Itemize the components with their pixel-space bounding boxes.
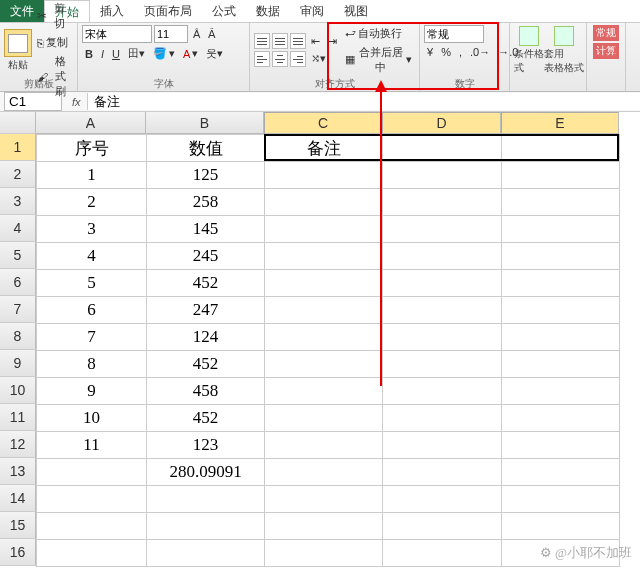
increase-font-button[interactable]: Â <box>190 27 203 41</box>
cell-E12[interactable] <box>502 432 620 459</box>
fill-color-button[interactable]: 🪣▾ <box>150 45 178 62</box>
currency-button[interactable]: ¥ <box>424 45 436 59</box>
cell-D11[interactable] <box>383 405 502 432</box>
cell-B5[interactable]: 245 <box>147 243 265 270</box>
border-button[interactable]: 田▾ <box>125 45 148 62</box>
cell-B8[interactable]: 124 <box>147 324 265 351</box>
align-center-button[interactable] <box>272 51 288 67</box>
row-header-13[interactable]: 13 <box>0 458 36 485</box>
tab-4[interactable]: 数据 <box>246 0 290 22</box>
cell-D13[interactable] <box>383 459 502 486</box>
tab-2[interactable]: 页面布局 <box>134 0 202 22</box>
cell-D2[interactable] <box>383 162 502 189</box>
cell-B10[interactable]: 458 <box>147 378 265 405</box>
cell-A7[interactable]: 6 <box>37 297 147 324</box>
cell-E6[interactable] <box>502 270 620 297</box>
italic-button[interactable]: I <box>98 45 107 62</box>
cell-E10[interactable] <box>502 378 620 405</box>
cell-B14[interactable] <box>147 486 265 513</box>
cell-D16[interactable] <box>383 540 502 567</box>
align-top-button[interactable] <box>254 33 270 49</box>
cell-E7[interactable] <box>502 297 620 324</box>
cell-D15[interactable] <box>383 513 502 540</box>
cell-C2[interactable] <box>265 162 383 189</box>
style-calc[interactable]: 计算 <box>593 43 619 59</box>
decrease-indent-button[interactable]: ⇤ <box>308 34 323 49</box>
cell-C5[interactable] <box>265 243 383 270</box>
cell-E4[interactable] <box>502 216 620 243</box>
underline-button[interactable]: U <box>109 45 123 62</box>
cell-E15[interactable] <box>502 513 620 540</box>
decrease-font-button[interactable]: Ǎ <box>205 27 219 42</box>
bold-button[interactable]: B <box>82 45 96 62</box>
cell-A16[interactable] <box>37 540 147 567</box>
cell-D12[interactable] <box>383 432 502 459</box>
cell-B3[interactable]: 258 <box>147 189 265 216</box>
comma-button[interactable]: , <box>456 45 465 59</box>
tab-3[interactable]: 公式 <box>202 0 246 22</box>
cell-B7[interactable]: 247 <box>147 297 265 324</box>
col-header-E[interactable]: E <box>501 112 619 134</box>
tab-1[interactable]: 插入 <box>90 0 134 22</box>
conditional-format-button[interactable]: 条件格式 <box>514 26 544 75</box>
align-right-button[interactable] <box>290 51 306 67</box>
cell-C7[interactable] <box>265 297 383 324</box>
formula-input[interactable] <box>87 93 640 110</box>
cell-C8[interactable] <box>265 324 383 351</box>
cell-D8[interactable] <box>383 324 502 351</box>
cell-B4[interactable]: 145 <box>147 216 265 243</box>
cell-B6[interactable]: 452 <box>147 270 265 297</box>
copy-button[interactable]: ⎘复制 <box>34 34 73 51</box>
cell-D6[interactable] <box>383 270 502 297</box>
merge-center-button[interactable]: ▦合并后居中▾ <box>342 44 415 76</box>
wrap-text-button[interactable]: ⮐自动换行 <box>342 25 415 42</box>
tab-6[interactable]: 视图 <box>334 0 378 22</box>
cell-D7[interactable] <box>383 297 502 324</box>
cell-C6[interactable] <box>265 270 383 297</box>
cell-C15[interactable] <box>265 513 383 540</box>
cell-A5[interactable]: 4 <box>37 243 147 270</box>
align-middle-button[interactable] <box>272 33 288 49</box>
cell-E1[interactable] <box>502 135 620 162</box>
row-header-12[interactable]: 12 <box>0 431 36 458</box>
cell-C4[interactable] <box>265 216 383 243</box>
cell-C1[interactable]: 备注 <box>265 135 383 162</box>
col-header-A[interactable]: A <box>36 112 146 134</box>
cells[interactable]: 序号数值备注1125225831454245545262477124845294… <box>36 134 620 567</box>
align-left-button[interactable] <box>254 51 270 67</box>
cell-C12[interactable] <box>265 432 383 459</box>
cell-B13[interactable]: 280.09091 <box>147 459 265 486</box>
select-all-corner[interactable] <box>0 112 36 134</box>
cut-button[interactable]: ✂剪切 <box>34 0 73 32</box>
paste-button[interactable]: 粘贴 <box>4 29 32 72</box>
row-header-16[interactable]: 16 <box>0 539 36 566</box>
row-header-15[interactable]: 15 <box>0 512 36 539</box>
cell-B9[interactable]: 452 <box>147 351 265 378</box>
cell-A8[interactable]: 7 <box>37 324 147 351</box>
cell-D3[interactable] <box>383 189 502 216</box>
increase-indent-button[interactable]: ⇥ <box>325 34 340 49</box>
row-header-14[interactable]: 14 <box>0 485 36 512</box>
row-header-3[interactable]: 3 <box>0 188 36 215</box>
format-as-table-button[interactable]: 套用 表格格式 <box>546 26 582 75</box>
cell-A4[interactable]: 3 <box>37 216 147 243</box>
col-header-D[interactable]: D <box>382 112 501 134</box>
cell-B2[interactable]: 125 <box>147 162 265 189</box>
row-header-10[interactable]: 10 <box>0 377 36 404</box>
number-format-select[interactable] <box>424 25 484 43</box>
cell-A11[interactable]: 10 <box>37 405 147 432</box>
cell-E14[interactable] <box>502 486 620 513</box>
cell-A6[interactable]: 5 <box>37 270 147 297</box>
col-header-C[interactable]: C <box>264 112 382 134</box>
row-header-6[interactable]: 6 <box>0 269 36 296</box>
tab-5[interactable]: 审阅 <box>290 0 334 22</box>
cell-B12[interactable]: 123 <box>147 432 265 459</box>
cell-D14[interactable] <box>383 486 502 513</box>
cell-C11[interactable] <box>265 405 383 432</box>
cell-D9[interactable] <box>383 351 502 378</box>
cell-A13[interactable] <box>37 459 147 486</box>
cell-D10[interactable] <box>383 378 502 405</box>
cell-E2[interactable] <box>502 162 620 189</box>
cell-E11[interactable] <box>502 405 620 432</box>
cell-E9[interactable] <box>502 351 620 378</box>
